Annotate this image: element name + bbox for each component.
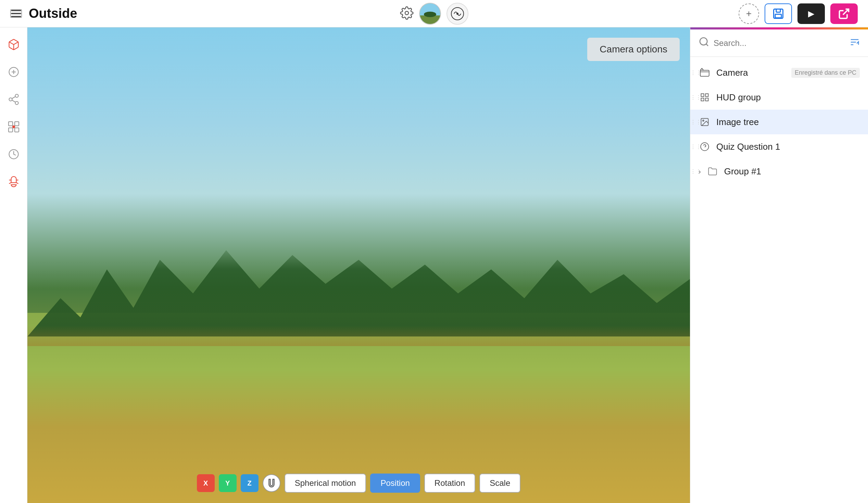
svg-point-15 <box>15 94 18 97</box>
svg-point-0 <box>405 11 409 15</box>
avatar[interactable]: P <box>419 3 441 25</box>
svg-rect-35 <box>700 70 709 77</box>
svg-line-10 <box>843 9 849 15</box>
axis-x-button[interactable]: X <box>197 474 215 492</box>
save-button[interactable] <box>765 3 792 24</box>
svg-rect-9 <box>775 14 781 18</box>
axis-z-button[interactable]: Z <box>241 474 259 492</box>
main-layout: Camera options X Y Z Spherical motion Po… <box>0 28 868 503</box>
drag-handle: ⋮⋮ <box>690 119 696 125</box>
svg-rect-21 <box>15 122 19 126</box>
scale-button[interactable]: Scale <box>479 474 520 493</box>
folder-icon <box>706 165 719 178</box>
svg-point-4 <box>424 12 436 17</box>
svg-point-30 <box>700 38 707 45</box>
magnet-button[interactable] <box>262 474 280 492</box>
export-button[interactable] <box>830 3 858 24</box>
logo-circle <box>446 3 468 25</box>
tree-item-quiz-question-1[interactable]: ⋮⋮ Quiz Question 1 <box>690 134 868 159</box>
svg-point-43 <box>703 120 704 121</box>
header-right: + ▶ <box>738 3 858 24</box>
quiz-question-label: Quiz Question 1 <box>716 141 860 152</box>
svg-point-16 <box>9 98 12 101</box>
tree-item-group-1[interactable]: ⋮⋮ › Group #1 <box>690 159 868 184</box>
bottom-toolbar: X Y Z Spherical motion Position Rotation… <box>28 474 690 493</box>
svg-point-17 <box>15 101 18 104</box>
settings-button[interactable] <box>400 6 414 21</box>
svg-rect-8 <box>776 9 781 12</box>
spherical-motion-button[interactable]: Spherical motion <box>285 474 366 493</box>
sidebar-item-network-tool[interactable] <box>3 89 24 110</box>
header-left: Outside <box>10 6 738 21</box>
svg-line-28 <box>9 183 11 184</box>
sidebar-item-history-tool[interactable] <box>3 144 24 164</box>
camera-badge: Enregistré dans ce PC <box>791 68 860 78</box>
sidebar-item-debug-tool[interactable] <box>3 171 24 192</box>
svg-point-24 <box>13 126 15 128</box>
axis-y-button[interactable]: Y <box>219 474 237 492</box>
tree-item-camera[interactable]: ⋮⋮ Camera Enregistré dans ce PC <box>690 60 868 85</box>
sort-icon[interactable] <box>849 37 860 49</box>
hamburger-menu-button[interactable] <box>10 9 22 18</box>
drag-handle: ⋮⋮ <box>690 94 696 101</box>
app-title: Outside <box>29 6 77 21</box>
svg-line-19 <box>12 97 15 99</box>
sidebar-item-cube-tool[interactable] <box>3 34 24 55</box>
camera-options-button[interactable]: Camera options <box>587 38 680 61</box>
sidebar-item-transform-tool[interactable] <box>3 117 24 137</box>
search-bar <box>690 29 868 57</box>
svg-rect-40 <box>701 98 704 101</box>
svg-rect-22 <box>15 128 19 132</box>
position-button[interactable]: Position <box>370 474 420 493</box>
svg-rect-23 <box>9 128 13 132</box>
svg-rect-39 <box>705 94 708 97</box>
tree-item-image-tree[interactable]: ⋮⋮ Image tree <box>690 110 868 134</box>
group-1-label: Group #1 <box>724 166 860 177</box>
scene-tree: ⋮⋮ Camera Enregistré dans ce PC ⋮⋮ <box>690 57 868 503</box>
drag-handle: ⋮⋮ <box>690 143 696 150</box>
svg-line-29 <box>16 183 18 184</box>
sidebar <box>0 28 28 503</box>
right-panel: ⋮⋮ Camera Enregistré dans ce PC ⋮⋮ <box>690 28 868 503</box>
svg-point-44 <box>701 142 709 150</box>
svg-line-18 <box>12 100 15 102</box>
image-tree-label: Image tree <box>716 117 860 128</box>
tree-item-hud-group[interactable]: ⋮⋮ HUD group <box>690 85 868 110</box>
header-center: P <box>400 3 468 25</box>
svg-rect-38 <box>701 94 704 97</box>
svg-rect-41 <box>705 98 708 101</box>
add-button[interactable]: + <box>738 3 759 24</box>
hud-group-label: HUD group <box>716 92 860 103</box>
play-button[interactable]: ▶ <box>797 3 825 24</box>
camera-label: Camera <box>716 68 786 78</box>
viewport[interactable]: Camera options X Y Z Spherical motion Po… <box>28 28 690 503</box>
svg-line-31 <box>706 44 708 46</box>
search-icon <box>699 36 710 50</box>
svg-point-6 <box>456 13 458 15</box>
svg-rect-20 <box>9 122 13 126</box>
drag-handle: ⋮⋮ <box>690 168 696 175</box>
rotation-button[interactable]: Rotation <box>424 474 475 493</box>
header: Outside P <box>0 0 868 28</box>
sidebar-item-add-tool[interactable] <box>3 62 24 82</box>
search-input[interactable] <box>714 38 845 48</box>
drag-handle: ⋮⋮ <box>690 70 696 76</box>
